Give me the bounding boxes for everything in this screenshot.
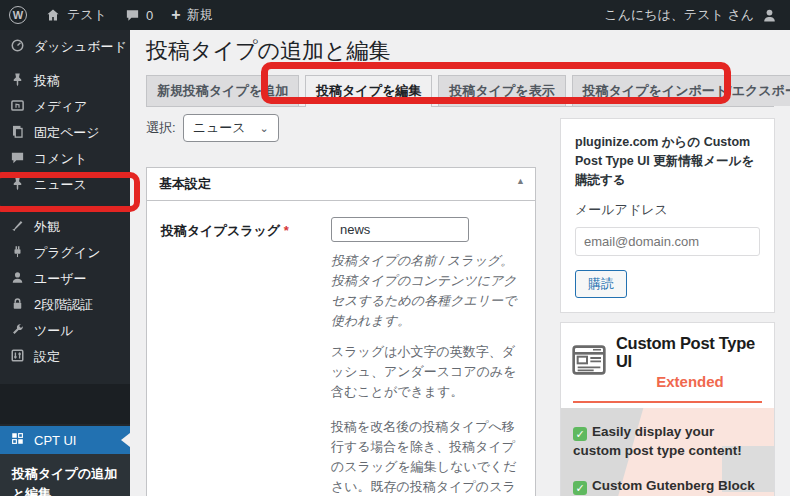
current-menu-arrow	[121, 433, 130, 447]
pushpin-icon	[10, 176, 25, 194]
sidebar-item-settings[interactable]: 設定	[0, 344, 130, 370]
sidebar-item-label: 2段階認証	[34, 296, 93, 314]
sidebar-item-label: ツール	[34, 322, 74, 340]
chevron-down-icon: ⌄	[260, 122, 269, 135]
ad-subtitle: Extended	[616, 373, 764, 390]
panel-header[interactable]: 基本設定 ▲	[147, 168, 535, 201]
admin-bar: W テスト 0 + 新規 こんにちは、テスト さん	[0, 0, 790, 30]
slug-field-column: 投稿タイプの名前 / スラッグ。投稿タイプのコンテンツにアクセスするための各種ク…	[331, 217, 521, 496]
submenu-item-label: 投稿タイプの追加と編集	[12, 466, 117, 496]
sidebar-item-users[interactable]: ユーザー	[0, 266, 130, 292]
sidebar-item-two-factor[interactable]: 2段階認証	[0, 292, 130, 318]
email-field[interactable]	[575, 227, 760, 256]
comment-count: 0	[146, 8, 153, 23]
main-content: 投稿タイプの追加と編集 新規投稿タイプを追加 投稿タイプを編集 投稿タイプを表示…	[130, 30, 790, 496]
email-label: メールアドレス	[575, 201, 760, 219]
pushpin-icon	[10, 72, 25, 90]
account-menu[interactable]: こんにちは、テスト さん	[604, 6, 790, 24]
right-sidebar: pluginize.com からの Custom Post Type UI 更新…	[560, 118, 775, 496]
avatar-icon	[761, 7, 778, 24]
comment-bubble-icon	[125, 8, 140, 23]
sidebar-item-plugins[interactable]: プラグイン	[0, 240, 130, 266]
menu-separator	[0, 198, 130, 214]
sidebar-item-appearance[interactable]: 外観	[0, 214, 130, 240]
slug-input[interactable]	[331, 217, 469, 242]
user-icon	[10, 270, 25, 288]
ad-title: Custom Post Type UI	[616, 334, 764, 370]
lock-icon	[10, 296, 25, 314]
cptui-extended-ad[interactable]: Custom Post Type UI Extended ✓Easily dis…	[560, 322, 775, 496]
sidebar-item-label: 固定ページ	[34, 124, 100, 142]
new-label: 新規	[187, 6, 213, 24]
wordpress-logo-icon: W	[9, 6, 27, 24]
selected-post-type: ニュース	[193, 119, 246, 137]
sidebar-item-tools[interactable]: ツール	[0, 318, 130, 344]
ad-feature: ✓Easily display your custom post type co…	[573, 422, 762, 461]
sidebar-item-media[interactable]: メディア	[0, 94, 130, 120]
sidebar-item-dashboard[interactable]: ダッシュボード	[0, 34, 130, 60]
sidebar-item-cpt-ui[interactable]: CPT UI	[0, 426, 130, 454]
sidebar-item-label: 外観	[34, 218, 60, 236]
paintbrush-icon	[10, 218, 25, 236]
tab-view-post-types[interactable]: 投稿タイプを表示	[438, 75, 565, 106]
sidebar-item-label: メディア	[34, 98, 87, 116]
dashboard-icon	[10, 38, 25, 56]
tab-import-export[interactable]: 投稿タイプをインポート/エクスポート	[572, 75, 790, 106]
forms-grid-icon	[10, 431, 25, 449]
sidebar-subitem-add-edit-post-types[interactable]: 投稿タイプの追加と編集	[0, 454, 130, 496]
ad-header: Custom Post Type UI Extended	[561, 323, 774, 393]
wrench-icon	[10, 322, 25, 340]
slug-warning-note: 投稿を改名後の投稿タイプへ移行する場合を除き、投稿タイプのスラッグを編集しないで…	[331, 417, 521, 496]
plug-icon	[10, 244, 25, 262]
post-type-select[interactable]: ニュース ⌄	[183, 114, 279, 142]
page-title: 投稿タイプの追加と編集	[146, 36, 391, 66]
ad-feature-text: Easily display your custom post type con…	[573, 424, 742, 459]
sidebar-item-comments[interactable]: コメント	[0, 146, 130, 172]
slug-characters-note: スラッグは小文字の英数字、ダッシュ、アンダースコアのみを含むことができます。	[331, 342, 521, 402]
nav-tabs: 新規投稿タイプを追加 投稿タイプを編集 投稿タイプを表示 投稿タイプをインポート…	[146, 75, 774, 107]
sidebar-item-posts[interactable]: 投稿	[0, 68, 130, 94]
home-icon	[45, 7, 61, 23]
slug-field-label: 投稿タイプスラッグ *	[161, 217, 331, 496]
sidebar-item-label: 設定	[34, 348, 60, 366]
sidebar-item-label: ダッシュボード	[34, 38, 127, 56]
slug-description: 投稿タイプの名前 / スラッグ。投稿タイプのコンテンツにアクセスするための各種ク…	[331, 251, 521, 332]
ad-feature: ✓Custom Gutenberg Block w/ Multiple Layo…	[573, 476, 762, 496]
tab-edit-post-types[interactable]: 投稿タイプを編集	[305, 75, 432, 107]
menu-separator	[0, 60, 130, 68]
sidebar-item-pages[interactable]: 固定ページ	[0, 120, 130, 146]
new-content-menu[interactable]: + 新規	[162, 0, 221, 30]
sidebar-item-label: ユーザー	[34, 270, 87, 288]
wordpress-admin-page: W テスト 0 + 新規 こんにちは、テスト さん	[0, 0, 790, 496]
subscribe-button[interactable]: 購読	[575, 270, 627, 298]
panel-title: 基本設定	[159, 176, 211, 191]
collapse-triangle-icon[interactable]: ▲	[516, 176, 525, 186]
sidebar-item-label: CPT UI	[34, 433, 76, 448]
wordpress-logo-menu[interactable]: W	[0, 0, 36, 30]
newsletter-heading: pluginize.com からの Custom Post Type UI 更新…	[575, 133, 760, 189]
settings-sliders-icon	[10, 348, 25, 366]
ad-title-block: Custom Post Type UI Extended	[616, 334, 764, 389]
pages-icon	[10, 124, 25, 142]
select-label: 選択:	[146, 119, 176, 137]
sidebar-item-label: プラグイン	[34, 244, 101, 262]
newsletter-box: pluginize.com からの Custom Post Type UI 更新…	[560, 118, 775, 313]
ad-feature-text: Custom Gutenberg Block w/ Multiple Layou…	[573, 478, 755, 496]
panel-body: 投稿タイプスラッグ * 投稿タイプの名前 / スラッグ。投稿タイプのコンテンツに…	[147, 201, 535, 496]
check-icon: ✓	[573, 427, 587, 441]
comments-icon	[10, 150, 25, 168]
comments-menu[interactable]: 0	[116, 0, 162, 30]
ad-feature-list: ✓Easily display your custom post type co…	[561, 408, 774, 496]
sidebar-item-news[interactable]: ニュース	[0, 172, 130, 198]
site-name-menu[interactable]: テスト	[36, 0, 116, 30]
site-name: テスト	[67, 6, 107, 24]
required-asterisk: *	[284, 223, 289, 238]
tab-add-new-post-type[interactable]: 新規投稿タイプを追加	[146, 75, 299, 106]
basic-settings-panel: 基本設定 ▲ 投稿タイプスラッグ * 投稿タイプの名前 / スラッグ。投稿タイプ…	[146, 167, 536, 496]
admin-sidebar: ダッシュボード 投稿 メディア 固定ページ	[0, 30, 130, 496]
plus-icon: +	[171, 7, 180, 23]
sidebar-item-label: コメント	[34, 150, 87, 168]
post-type-select-row: 選択: ニュース ⌄	[146, 114, 279, 142]
sidebar-item-label: 投稿	[34, 72, 60, 90]
browser-window-icon	[571, 344, 607, 380]
